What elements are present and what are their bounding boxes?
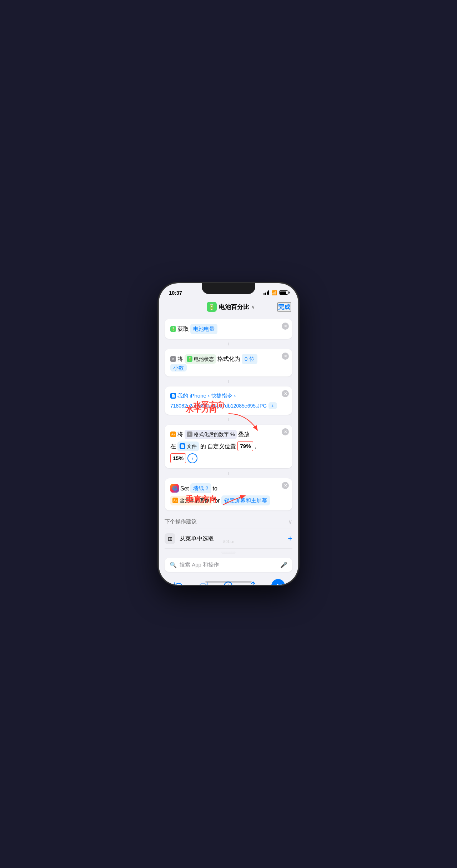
nav-title: 电池百分比 (219, 303, 249, 311)
signal-icon (263, 290, 270, 295)
card-format[interactable]: ✕ # 将 🔋 电池状态 格式化为 0 位 小数 (165, 349, 292, 376)
suggestion-icon-1: ⊞ (165, 533, 175, 544)
card-5-content: 🌐 Set 墙纸 2 to (170, 483, 287, 493)
card-4-line2: 在 📄 文件 的 自定义位置 79% , (170, 441, 287, 451)
file-mini-icon-2: 📄 (180, 443, 185, 449)
watermark: i301.cn (223, 540, 234, 544)
suggestion-plus-btn[interactable]: + (288, 534, 292, 543)
card-4-prefix: 将 (177, 430, 183, 439)
search-icon: 🔍 (170, 562, 177, 568)
connector-4 (165, 472, 292, 475)
nav-bar: 🔋 电池百分比 ∨ 完成 (159, 299, 298, 316)
wifi-icon: 📶 (271, 290, 277, 295)
card-close-3[interactable]: ✕ (282, 390, 289, 397)
card-3-full-path[interactable]: 718082c2af089fca54c57db12085e695.JPG (170, 403, 267, 409)
file-label: 文件 (187, 442, 197, 450)
hash-icon: # (187, 431, 192, 437)
card-2-content: # 将 🔋 电池状态 格式化为 0 位 (170, 354, 287, 364)
suggestions-area: 下个操作建议 ∨ ⊞ 从菜单中选取 + (159, 513, 298, 555)
card-1-content: 🔋 获取 电池电量 (170, 324, 287, 334)
status-time: 10:37 (169, 290, 182, 296)
search-bar[interactable]: 🔍 搜索 App 和操作 🎤 (165, 558, 292, 572)
connector-1 (165, 343, 292, 345)
image-mini-icon: Aa (172, 498, 178, 503)
card-3-path2: 718082c2af089fca54c57db12085e695.JPG + (170, 402, 287, 410)
nav-chevron-icon[interactable]: ∨ (251, 304, 255, 310)
card-3-path1[interactable]: 我的 iPhone › 快捷指令 › (177, 391, 236, 400)
suggestions-label: 下个操作建议 (165, 518, 197, 525)
bottom-toolbar (159, 575, 298, 585)
card-wallpaper[interactable]: ✕ 🌐 Set 墙纸 2 to Aa 含文本的图像 fo (165, 478, 292, 510)
card-2-decimal[interactable]: 0 位 (242, 354, 257, 364)
card-5-wallpaper-tag[interactable]: 墙纸 2 (190, 483, 211, 493)
card-2-prefix: 将 (177, 354, 183, 364)
undo-button[interactable] (172, 579, 185, 585)
card-4-content: Aa 将 # 格式化后的数字 % 叠放 (170, 430, 287, 439)
nav-title-area: 🔋 电池百分比 ∨ (207, 302, 255, 312)
done-button[interactable]: 完成 (277, 302, 291, 312)
card-file-path[interactable]: ✕ 📄 我的 iPhone › 快捷指令 › 718082c2af089fca5… (165, 386, 292, 415)
card-2-middle: 格式化为 (217, 354, 240, 364)
connector-2 (165, 380, 292, 383)
card-overlay[interactable]: ✕ Aa 将 # 格式化后的数字 % 叠放 在 (165, 425, 292, 468)
card-4-val1[interactable]: 79% (237, 441, 253, 451)
card-4-format-tag[interactable]: # 格式化后的数字 % (185, 430, 237, 439)
card-close-2[interactable]: ✕ (282, 353, 289, 360)
card-close-1[interactable]: ✕ (282, 323, 289, 330)
mic-icon[interactable]: 🎤 (280, 562, 287, 568)
card-close-5[interactable]: ✕ (282, 482, 289, 489)
card-4-in: 在 (170, 442, 176, 451)
text-mini-icon: Aa (170, 431, 176, 437)
search-input[interactable]: 搜索 App 和操作 (180, 562, 277, 568)
card-5-screen-tag[interactable]: 锁定屏幕和主屏幕 (221, 495, 270, 505)
card-2-battery-tag[interactable]: 🔋 电池状态 (185, 354, 216, 364)
battery-icon (279, 290, 288, 295)
scroll-indicator (221, 551, 236, 554)
card-5-line2: Aa 含文本的图像 for 锁定屏幕和主屏幕 (170, 495, 287, 505)
play-button[interactable] (271, 579, 285, 585)
format-mini-icon: # (170, 356, 176, 362)
card-1-tag[interactable]: 电池电量 (190, 324, 217, 334)
card-2-decimal2[interactable]: 小数 (170, 364, 187, 371)
card-3-plus[interactable]: + (268, 402, 277, 409)
card-4-line3: 15% › (170, 453, 287, 463)
card-5-image-tag[interactable]: Aa 含文本的图像 (170, 496, 212, 505)
card-5-to: to (213, 484, 217, 493)
file-mini-icon: 📄 (170, 393, 176, 399)
battery-mini-icon: 🔋 (170, 326, 176, 332)
card-4-val2[interactable]: 15% (170, 453, 186, 463)
suggestions-header[interactable]: 下个操作建议 ∨ (165, 515, 292, 529)
battery-state-label: 电池状态 (194, 355, 214, 363)
wallpaper-mini-icon: 🌐 (170, 484, 179, 493)
shortcut-icon: 🔋 (207, 302, 217, 312)
card-4-of: 的 自定义位置 (200, 442, 236, 451)
card-4-expand-btn[interactable]: › (187, 453, 197, 463)
scroll-content[interactable]: ✕ 🔋 获取 电池电量 ✕ # 将 (159, 316, 298, 585)
card-4-file-tag[interactable]: 📄 文件 (177, 442, 199, 451)
card-4-stack: 叠放 (238, 430, 250, 439)
card-1-prefix: 获取 (177, 324, 189, 334)
suggestion-item-1[interactable]: ⊞ 从菜单中选取 + (165, 529, 292, 549)
suggestions-chevron-icon[interactable]: ∨ (288, 518, 292, 525)
card-4-comma: , (255, 442, 256, 451)
svg-marker-4 (277, 584, 280, 585)
phone-screen: 10:37 📶 🔋 电池百分比 ∨ 完成 (159, 283, 298, 585)
card-close-4[interactable]: ✕ (282, 428, 289, 435)
card-5-for: for (213, 496, 220, 505)
image-label: 含文本的图像 (180, 497, 210, 504)
card-get-battery[interactable]: ✕ 🔋 获取 电池电量 (165, 319, 292, 339)
phone-frame: 10:37 📶 🔋 电池百分比 ∨ 完成 (159, 283, 298, 585)
actions-list: ✕ 🔋 获取 电池电量 ✕ # 将 (159, 316, 298, 513)
notch (202, 283, 255, 294)
home-indicator (205, 581, 252, 583)
battery-mini-icon-2: 🔋 (187, 356, 192, 362)
card-3-content: 📄 我的 iPhone › 快捷指令 › (170, 391, 287, 400)
card-5-set: Set (180, 484, 189, 493)
connector-3 (165, 418, 292, 421)
format-label: 格式化后的数字 % (194, 430, 235, 438)
status-icons: 📶 (263, 290, 288, 295)
